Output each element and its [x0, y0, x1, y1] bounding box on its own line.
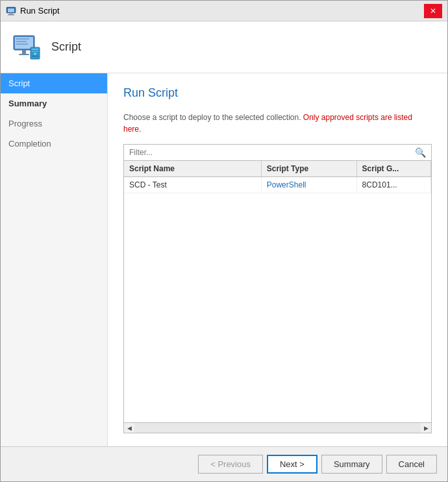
header-icon — [11, 32, 42, 63]
search-icon: 🔍 — [410, 145, 431, 160]
title-bar-icon — [6, 6, 16, 16]
run-script-window: Run Script ✕ — [0, 0, 448, 482]
next-button[interactable]: Next > — [267, 455, 317, 474]
svg-rect-1 — [8, 8, 14, 12]
content-area: Script Summary Progress Completion Run S… — [1, 73, 447, 446]
sidebar-item-progress[interactable]: Progress — [1, 114, 107, 134]
scroll-left-button[interactable]: ◀ — [124, 423, 134, 433]
table-header: Script Name Script Type Script G... — [124, 161, 431, 177]
svg-rect-12 — [32, 49, 38, 50]
table-body: SCD - Test PowerShell 8CD101... — [124, 177, 431, 422]
close-button[interactable]: ✕ — [424, 4, 442, 18]
svg-rect-15 — [32, 56, 38, 56]
header-area: Script — [1, 21, 447, 73]
header-title: Script — [51, 40, 81, 54]
cell-script-name: SCD - Test — [124, 177, 262, 193]
col-header-name: Script Name — [124, 161, 262, 176]
scroll-track[interactable] — [134, 423, 421, 433]
main-content: Run Script Choose a script to deploy to … — [108, 73, 447, 446]
col-header-type: Script Type — [262, 161, 357, 176]
cell-script-guid: 8CD101... — [357, 177, 431, 193]
footer: < Previous Next > Summary Cancel — [1, 446, 447, 481]
svg-rect-8 — [16, 43, 28, 45]
cell-script-type: PowerShell — [262, 177, 357, 193]
svg-rect-6 — [16, 38, 29, 40]
table-row[interactable]: SCD - Test PowerShell 8CD101... — [124, 177, 431, 193]
horizontal-scrollbar[interactable]: ◀ ▶ — [124, 422, 431, 433]
sidebar: Script Summary Progress Completion — [1, 73, 108, 446]
sidebar-item-script[interactable]: Script — [1, 73, 107, 93]
sidebar-item-summary[interactable]: Summary — [1, 93, 107, 114]
col-header-guid: Script G... — [357, 161, 431, 176]
sidebar-item-completion[interactable]: Completion — [1, 134, 107, 154]
title-bar: Run Script ✕ — [1, 1, 447, 21]
svg-rect-2 — [9, 13, 13, 14]
filter-bar: 🔍 — [123, 144, 432, 161]
cancel-button[interactable]: Cancel — [386, 455, 437, 474]
instruction-text: Choose a script to deploy to the selecte… — [123, 112, 432, 135]
summary-button[interactable]: Summary — [321, 455, 382, 474]
title-bar-text: Run Script — [20, 6, 60, 16]
filter-input[interactable] — [124, 145, 410, 160]
script-table: Script Name Script Type Script G... SCD … — [123, 161, 432, 433]
svg-rect-3 — [8, 14, 14, 16]
svg-rect-7 — [16, 41, 27, 42]
previous-button[interactable]: < Previous — [198, 455, 263, 474]
svg-rect-13 — [32, 51, 38, 52]
svg-point-14 — [34, 53, 36, 54]
scroll-right-button[interactable]: ▶ — [421, 423, 431, 433]
svg-rect-10 — [19, 54, 29, 55]
main-title: Run Script — [123, 86, 432, 100]
svg-rect-9 — [22, 50, 26, 54]
